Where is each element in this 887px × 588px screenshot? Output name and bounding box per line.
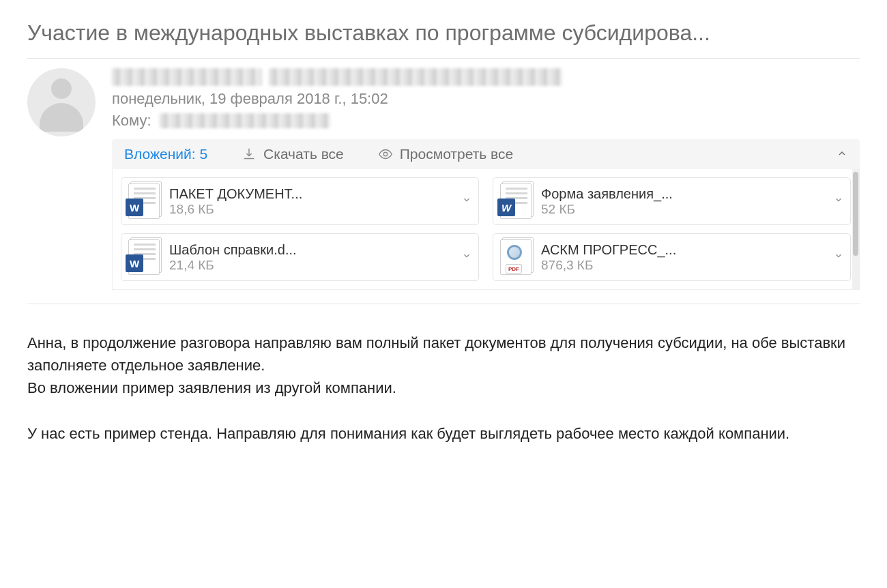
body-paragraph: Анна, в продолжение разговора направляю … bbox=[27, 332, 860, 377]
attachment-item[interactable]: W Шаблон справки.d... 21,4 КБ bbox=[121, 233, 479, 281]
word-file-icon: W bbox=[128, 239, 160, 275]
recipient-redacted bbox=[160, 113, 330, 128]
body-paragraph: У нас есть пример стенда. Направляю для … bbox=[27, 422, 860, 445]
attachments-bar: Вложений: 5 Скачать все Просмотреть все bbox=[112, 139, 860, 169]
email-subject: Участие в международных выставках по про… bbox=[27, 20, 860, 58]
recipient-row: Кому: bbox=[112, 112, 860, 130]
attachment-size: 21,4 КБ bbox=[169, 258, 452, 273]
attachment-item[interactable]: PDF АСКМ ПРОГРЕСС_... 876,3 КБ bbox=[493, 233, 851, 281]
sender-name-redacted bbox=[112, 68, 262, 86]
email-date: понедельник, 19 февраля 2018 г., 15:02 bbox=[112, 90, 860, 108]
svg-point-0 bbox=[383, 152, 388, 156]
attachments-panel: W ПАКЕТ ДОКУМЕНТ... 18,6 КБ W Форм bbox=[112, 169, 860, 290]
attachment-menu-button[interactable] bbox=[462, 195, 471, 207]
sender-row bbox=[112, 68, 860, 86]
preview-all-label: Просмотреть все bbox=[400, 146, 513, 162]
download-icon bbox=[242, 147, 257, 162]
attachments-scrollbar[interactable] bbox=[852, 169, 859, 289]
pdf-file-icon: PDF bbox=[500, 239, 532, 275]
attachment-item[interactable]: W ПАКЕТ ДОКУМЕНТ... 18,6 КБ bbox=[121, 177, 479, 225]
body-paragraph: Во вложении пример заявления из другой к… bbox=[27, 377, 860, 399]
attachments-count[interactable]: Вложений: 5 bbox=[124, 146, 207, 162]
chevron-down-icon bbox=[834, 251, 843, 261]
sender-email-redacted bbox=[269, 68, 562, 86]
attachment-size: 876,3 КБ bbox=[541, 258, 824, 273]
chevron-up-icon bbox=[837, 148, 847, 159]
scrollbar-thumb[interactable] bbox=[853, 172, 858, 256]
avatar bbox=[27, 68, 96, 136]
attachment-size: 18,6 КБ bbox=[169, 202, 452, 217]
download-all-label: Скачать все bbox=[263, 146, 344, 162]
attachment-menu-button[interactable] bbox=[462, 251, 471, 263]
divider bbox=[27, 304, 860, 304]
download-all-button[interactable]: Скачать все bbox=[242, 146, 344, 162]
to-label: Кому: bbox=[112, 112, 151, 130]
word-file-icon: W bbox=[500, 183, 532, 219]
attachment-name: АСКМ ПРОГРЕСС_... bbox=[541, 242, 824, 258]
attachment-name: ПАКЕТ ДОКУМЕНТ... bbox=[169, 186, 452, 202]
preview-all-button[interactable]: Просмотреть все bbox=[378, 146, 513, 162]
attachment-menu-button[interactable] bbox=[834, 251, 843, 263]
email-header: понедельник, 19 февраля 2018 г., 15:02 К… bbox=[27, 59, 860, 290]
attachment-name: Форма заявления_... bbox=[541, 186, 824, 202]
email-body: Анна, в продолжение разговора направляю … bbox=[27, 332, 860, 445]
word-file-icon: W bbox=[128, 183, 160, 219]
collapse-attachments-button[interactable] bbox=[837, 146, 847, 162]
attachment-name: Шаблон справки.d... bbox=[169, 242, 452, 258]
attachment-menu-button[interactable] bbox=[834, 195, 843, 207]
eye-icon bbox=[378, 147, 393, 162]
chevron-down-icon bbox=[834, 195, 843, 205]
attachment-item[interactable]: W Форма заявления_... 52 КБ bbox=[493, 177, 851, 225]
chevron-down-icon bbox=[462, 195, 471, 205]
attachment-size: 52 КБ bbox=[541, 202, 824, 217]
chevron-down-icon bbox=[462, 251, 471, 261]
